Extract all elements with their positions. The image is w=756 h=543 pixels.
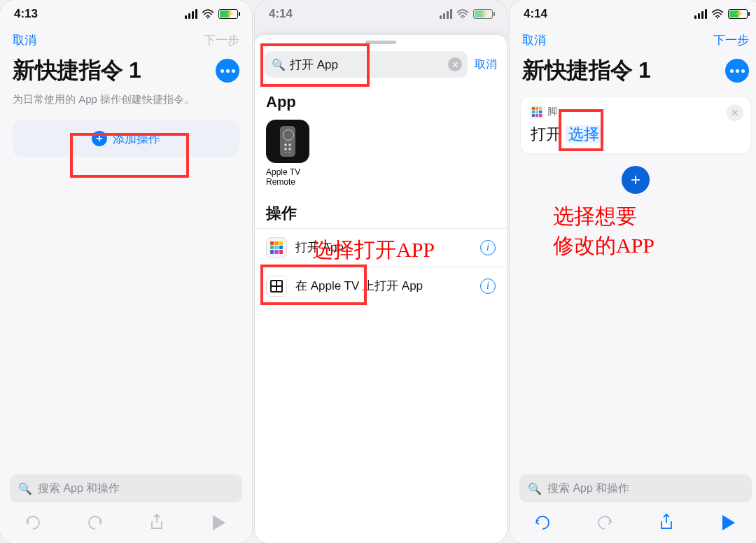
- action-row-label: 在 Apple TV 上打开 App: [295, 278, 423, 294]
- status-icons: ⚡: [440, 9, 493, 19]
- wifi-icon: [456, 9, 469, 19]
- cancel-link[interactable]: 取消: [13, 32, 36, 48]
- battery-icon: ⚡: [473, 9, 493, 19]
- clock: 4:14: [269, 7, 293, 21]
- search-icon: 🔍: [272, 58, 286, 71]
- app-tile-label-2: Remote: [266, 177, 496, 187]
- search-placeholder: 搜索 App 和操作: [547, 481, 629, 496]
- search-input[interactable]: 🔍 搜索 App 和操作: [519, 474, 752, 502]
- undo-button[interactable]: [531, 512, 554, 533]
- share-button[interactable]: [145, 512, 169, 533]
- more-button[interactable]: [216, 59, 239, 83]
- search-sheet: 🔍 打开 App ✕ 取消 App Apple TV Remote 操作 打开 …: [255, 35, 507, 543]
- add-step-button[interactable]: +: [622, 166, 650, 194]
- title-row: 新快捷指令 1: [0, 51, 252, 89]
- battery-icon: ⚡: [218, 9, 238, 19]
- signal-icon: [185, 9, 197, 19]
- subtitle: 为日常使用的 App 操作创建快捷指令。: [0, 89, 252, 113]
- status-bar: 4:14 ⚡: [510, 0, 756, 28]
- page-title: 新快捷指令 1: [13, 55, 141, 86]
- clock: 4:14: [524, 7, 547, 21]
- bottom-dock: 🔍 搜索 App 和操作: [510, 467, 756, 543]
- card-header: 脚: [531, 106, 741, 118]
- search-input[interactable]: 🔍 搜索 App 和操作: [10, 474, 242, 502]
- film-icon: [266, 276, 287, 297]
- app-tile-appletv-remote[interactable]: Apple TV Remote: [255, 115, 507, 195]
- redo-button[interactable]: [83, 512, 107, 533]
- svg-point-1: [462, 17, 463, 18]
- cancel-link[interactable]: 取消: [522, 32, 546, 48]
- info-icon[interactable]: i: [480, 240, 496, 255]
- toolbar: [519, 502, 752, 533]
- action-card-open-app[interactable]: 脚 打开 选择 ✕: [521, 97, 750, 153]
- wifi-icon: [711, 9, 724, 19]
- card-body: 打开 选择: [531, 124, 741, 145]
- sheet-grabber[interactable]: [365, 41, 396, 44]
- app-tile-label-1: Apple TV: [266, 167, 496, 177]
- select-app-slot[interactable]: 选择: [566, 125, 602, 143]
- redo-button[interactable]: [593, 512, 617, 533]
- annotation-text: 选择打开APP: [312, 235, 435, 265]
- signal-icon: [694, 9, 707, 19]
- next-link[interactable]: 下一步: [713, 32, 749, 48]
- status-icons: ⚡: [694, 9, 748, 19]
- play-button[interactable]: [207, 512, 231, 533]
- card-open-label: 打开: [531, 125, 561, 143]
- battery-icon: ⚡: [728, 9, 748, 19]
- search-row: 🔍 打开 App ✕ 取消: [255, 48, 507, 85]
- add-action-label: 添加操作: [113, 131, 160, 147]
- next-link[interactable]: 下一步: [204, 32, 239, 48]
- status-bar: 4:13 ⚡: [0, 0, 252, 28]
- section-header-actions: 操作: [255, 195, 507, 228]
- card-header-label: 脚: [547, 106, 557, 118]
- screen-3: 4:14 ⚡ 取消 下一步 新快捷指令 1 脚 打开 选择 ✕ + 🔍 搜索 A…: [510, 0, 756, 543]
- clock: 4:13: [14, 7, 38, 21]
- clear-icon[interactable]: ✕: [448, 57, 462, 71]
- add-action-button[interactable]: + 添加操作: [13, 120, 239, 157]
- action-row-open-on-appletv[interactable]: 在 Apple TV 上打开 App i: [255, 267, 507, 305]
- play-button[interactable]: [717, 512, 741, 533]
- svg-point-0: [207, 17, 209, 18]
- annotation-text-2: 修改的APP: [553, 231, 654, 260]
- section-header-app: App: [255, 85, 507, 115]
- share-button[interactable]: [654, 512, 678, 533]
- title-row: 新快捷指令 1: [510, 51, 756, 89]
- more-button[interactable]: [725, 59, 749, 83]
- nav-row: 取消 下一步: [510, 28, 756, 51]
- undo-button[interactable]: [21, 512, 45, 533]
- plus-circle-icon: +: [92, 131, 107, 146]
- page-title: 新快捷指令 1: [522, 55, 650, 86]
- close-icon[interactable]: ✕: [727, 104, 743, 121]
- search-icon: 🔍: [18, 482, 32, 495]
- bottom-dock: 🔍 搜索 App 和操作: [0, 467, 252, 543]
- screen-1: 4:13 ⚡ 取消 下一步 新快捷指令 1 为日常使用的 App 操作创建快捷指…: [0, 0, 252, 543]
- cancel-link[interactable]: 取消: [475, 57, 497, 72]
- status-bar: 4:14 ⚡: [255, 0, 507, 28]
- search-input[interactable]: 🔍 打开 App ✕: [265, 51, 468, 78]
- status-icons: ⚡: [185, 9, 238, 19]
- svg-point-2: [717, 17, 718, 18]
- nav-row: 取消 下一步: [0, 28, 252, 51]
- search-value: 打开 App: [290, 57, 338, 73]
- toolbar: [10, 502, 242, 533]
- shortcuts-icon: [266, 237, 287, 258]
- shortcuts-mini-icon: [531, 106, 543, 118]
- wifi-icon: [202, 9, 214, 19]
- appletv-remote-icon: [266, 120, 309, 163]
- search-placeholder: 搜索 App 和操作: [38, 481, 120, 496]
- annotation-text-1: 选择想要: [553, 202, 637, 231]
- grid-colors: [270, 241, 283, 254]
- search-icon: 🔍: [528, 482, 542, 495]
- screen-2: 4:14 ⚡ 🔍 打开 App ✕ 取消 App Apple TV Remote…: [255, 0, 507, 543]
- info-icon[interactable]: i: [480, 278, 496, 294]
- signal-icon: [440, 9, 452, 19]
